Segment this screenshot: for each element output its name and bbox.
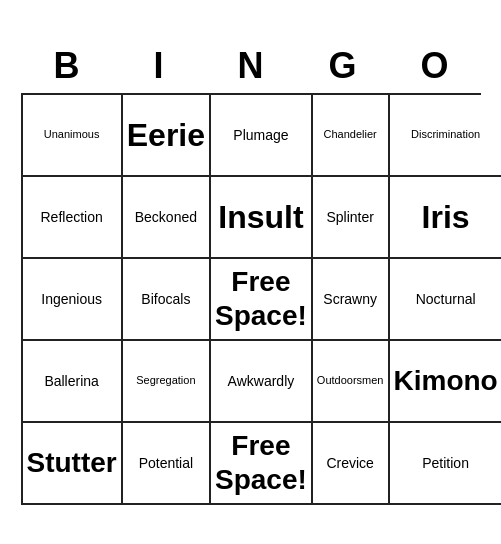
bingo-cell-14: Nocturnal bbox=[390, 259, 502, 341]
bingo-cell-6: Beckoned bbox=[123, 177, 211, 259]
cell-text-12: Free Space! bbox=[215, 265, 307, 332]
header-letter-i: I bbox=[113, 39, 205, 93]
bingo-cell-19: Kimono bbox=[390, 341, 502, 423]
bingo-cell-11: Bifocals bbox=[123, 259, 211, 341]
bingo-cell-9: Iris bbox=[390, 177, 502, 259]
bingo-cell-2: Plumage bbox=[211, 95, 313, 177]
cell-text-15: Ballerina bbox=[44, 373, 98, 390]
cell-text-14: Nocturnal bbox=[416, 291, 476, 308]
cell-text-18: Outdoorsmen bbox=[317, 374, 384, 387]
cell-text-11: Bifocals bbox=[141, 291, 190, 308]
cell-text-7: Insult bbox=[218, 198, 303, 236]
bingo-cell-3: Chandelier bbox=[313, 95, 390, 177]
bingo-cell-1: Eerie bbox=[123, 95, 211, 177]
cell-text-10: Ingenious bbox=[41, 291, 102, 308]
cell-text-8: Splinter bbox=[326, 209, 373, 226]
cell-text-6: Beckoned bbox=[135, 209, 197, 226]
cell-text-17: Awkwardly bbox=[228, 373, 295, 390]
bingo-card: BINGO UnanimousEeriePlumageChandelierDis… bbox=[11, 29, 491, 515]
header-letter-o: O bbox=[389, 39, 481, 93]
bingo-cell-7: Insult bbox=[211, 177, 313, 259]
cell-text-24: Petition bbox=[422, 455, 469, 472]
bingo-cell-21: Potential bbox=[123, 423, 211, 505]
cell-text-22: Free Space! bbox=[215, 429, 307, 496]
cell-text-3: Chandelier bbox=[324, 128, 377, 141]
cell-text-13: Scrawny bbox=[323, 291, 377, 308]
cell-text-23: Crevice bbox=[326, 455, 373, 472]
bingo-cell-18: Outdoorsmen bbox=[313, 341, 390, 423]
bingo-cell-13: Scrawny bbox=[313, 259, 390, 341]
bingo-cell-16: Segregation bbox=[123, 341, 211, 423]
bingo-cell-17: Awkwardly bbox=[211, 341, 313, 423]
bingo-header: BINGO bbox=[21, 39, 481, 93]
cell-text-16: Segregation bbox=[136, 374, 195, 387]
bingo-cell-8: Splinter bbox=[313, 177, 390, 259]
cell-text-21: Potential bbox=[139, 455, 193, 472]
cell-text-20: Stutter bbox=[27, 446, 117, 480]
bingo-cell-12: Free Space! bbox=[211, 259, 313, 341]
cell-text-5: Reflection bbox=[40, 209, 102, 226]
bingo-cell-24: Petition bbox=[390, 423, 502, 505]
bingo-grid: UnanimousEeriePlumageChandelierDiscrimin… bbox=[21, 93, 481, 505]
bingo-cell-15: Ballerina bbox=[23, 341, 123, 423]
bingo-cell-0: Unanimous bbox=[23, 95, 123, 177]
cell-text-4: Discrimination bbox=[411, 128, 480, 141]
bingo-cell-20: Stutter bbox=[23, 423, 123, 505]
header-letter-n: N bbox=[205, 39, 297, 93]
cell-text-19: Kimono bbox=[394, 364, 498, 398]
bingo-cell-23: Crevice bbox=[313, 423, 390, 505]
cell-text-1: Eerie bbox=[127, 116, 205, 154]
cell-text-2: Plumage bbox=[233, 127, 288, 144]
header-letter-g: G bbox=[297, 39, 389, 93]
bingo-cell-22: Free Space! bbox=[211, 423, 313, 505]
bingo-cell-5: Reflection bbox=[23, 177, 123, 259]
cell-text-0: Unanimous bbox=[44, 128, 100, 141]
bingo-cell-10: Ingenious bbox=[23, 259, 123, 341]
bingo-cell-4: Discrimination bbox=[390, 95, 502, 177]
header-letter-b: B bbox=[21, 39, 113, 93]
cell-text-9: Iris bbox=[422, 198, 470, 236]
